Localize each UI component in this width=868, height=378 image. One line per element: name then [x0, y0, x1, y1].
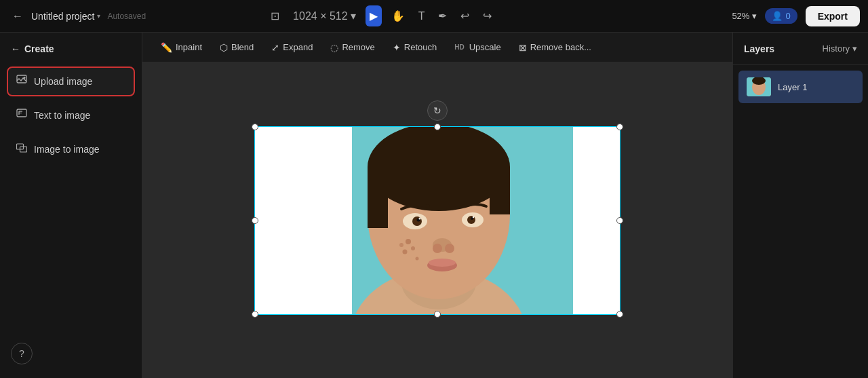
svg-point-25 [433, 244, 442, 253]
inpaint-label: Inpaint [176, 42, 202, 52]
responsive-tool-button[interactable]: ⊡ [267, 5, 283, 26]
zoom-control[interactable]: 52% ▾ [732, 11, 757, 21]
sidebar-item-text-to-image[interactable]: Text to image [7, 100, 135, 130]
right-sidebar: Layers History ▾ Layer 1 [732, 33, 868, 378]
back-icon: ← [12, 10, 23, 22]
refresh-button[interactable]: ↻ [427, 100, 448, 121]
canvas-size-button[interactable]: 1024 × 512 ▾ [289, 5, 360, 26]
text-icon: T [418, 10, 425, 22]
layer-item[interactable]: Layer 1 [738, 71, 863, 103]
inpaint-button[interactable]: ✏️ Inpaint [153, 39, 210, 56]
blend-label: Blend [231, 42, 254, 52]
svg-rect-14 [368, 167, 388, 228]
undo-icon: ↩ [460, 10, 469, 22]
text-tool-button[interactable]: T [414, 6, 429, 26]
remove-back-icon: ⊠ [519, 42, 527, 53]
back-button[interactable]: ← [8, 6, 27, 26]
redo-icon: ↪ [483, 10, 492, 22]
topbar-center: ⊡ 1024 × 512 ▾ ▶ ✋ T ✒ ↩ ↪ [267, 5, 496, 26]
image-canvas[interactable]: ↻ [254, 126, 620, 315]
project-name: Untitled project [31, 11, 94, 22]
topbar: ← Untitled project ▾ Autosaved ⊡ 1024 × … [0, 0, 868, 33]
retouch-label: Retouch [404, 42, 437, 52]
main-area: ← Create Upload image [0, 33, 868, 378]
zoom-label: 52% [732, 11, 749, 21]
zoom-chevron: ▾ [752, 11, 757, 21]
svg-point-23 [473, 216, 474, 217]
svg-point-19 [419, 217, 421, 219]
expand-label: Expand [283, 42, 313, 52]
canvas-area: ✏️ Inpaint ⬡ Blend ⤢ Expand ◌ Remove ✦ R… [142, 33, 732, 378]
sidebar-item-upload-image[interactable]: Upload image [7, 67, 135, 96]
collab-button[interactable]: 👤 0 [765, 8, 797, 24]
upload-image-label: Upload image [34, 76, 92, 87]
svg-point-30 [411, 246, 415, 250]
svg-point-33 [399, 243, 403, 247]
upscale-label: Upscale [469, 42, 501, 52]
canvas-container: ↻ [254, 126, 620, 315]
pen-tool-button[interactable]: ✒ [434, 5, 451, 26]
svg-point-32 [416, 257, 419, 260]
layer-name: Layer 1 [778, 82, 807, 92]
history-chevron: ▾ [852, 43, 857, 54]
canvas-viewport[interactable]: ↻ [142, 62, 732, 378]
move-button[interactable]: ✋ [387, 5, 409, 26]
topbar-left: ← Untitled project ▾ Autosaved [8, 6, 146, 26]
export-button[interactable]: Export [806, 6, 860, 26]
image-to-image-label: Image to image [34, 144, 100, 155]
collab-icon: 👤 [772, 11, 783, 21]
right-sidebar-header: Layers History ▾ [733, 33, 868, 65]
autosaved-label: Autosaved [107, 12, 146, 21]
svg-point-26 [445, 244, 454, 253]
move-icon: ✋ [391, 10, 405, 22]
help-icon: ? [19, 348, 24, 359]
sidebar-footer: ? [7, 337, 135, 370]
project-chevron: ▾ [97, 12, 100, 20]
hd-badge: HD [454, 43, 464, 51]
svg-rect-34 [303, 126, 352, 315]
toolbar-strip: ✏️ Inpaint ⬡ Blend ⤢ Expand ◌ Remove ✦ R… [142, 33, 732, 62]
svg-point-29 [406, 239, 411, 244]
layer-thumbnail [747, 77, 771, 96]
upscale-button[interactable]: HD Upscale [447, 39, 508, 56]
canvas-size-label: 1024 × 512 [293, 10, 348, 22]
create-header[interactable]: ← Create [7, 41, 135, 57]
retouch-button[interactable]: ✦ Retouch [385, 39, 444, 56]
canvas-size-chevron: ▾ [351, 10, 356, 22]
svg-point-21 [467, 216, 475, 224]
svg-point-31 [403, 249, 408, 254]
help-button[interactable]: ? [11, 343, 33, 364]
sidebar-back-icon: ← [11, 43, 20, 54]
project-title[interactable]: Untitled project ▾ [31, 11, 100, 22]
remove-button[interactable]: ◌ Remove [323, 39, 382, 56]
expand-icon: ⤢ [271, 42, 279, 53]
image-to-image-icon [16, 143, 27, 156]
upload-icon [16, 75, 27, 88]
blend-icon: ⬡ [220, 42, 228, 53]
retouch-icon: ✦ [393, 42, 401, 53]
pen-icon: ✒ [438, 10, 447, 22]
remove-icon: ◌ [330, 42, 338, 53]
topbar-right: 52% ▾ 👤 0 Export [732, 6, 860, 26]
history-label: History [823, 43, 850, 54]
sidebar-item-image-to-image[interactable]: Image to image [7, 134, 135, 164]
layers-tab[interactable]: Layers [744, 43, 774, 54]
refresh-icon: ↻ [433, 105, 441, 116]
svg-point-28 [429, 259, 456, 267]
text-to-image-label: Text to image [34, 110, 90, 121]
canvas-image [303, 126, 573, 315]
remove-label: Remove [342, 42, 374, 52]
play-icon: ▶ [370, 10, 378, 22]
left-sidebar: ← Create Upload image [0, 33, 142, 378]
collab-count: 0 [785, 11, 790, 21]
run-button[interactable]: ▶ [366, 5, 382, 26]
undo-button[interactable]: ↩ [456, 5, 473, 26]
redo-button[interactable]: ↪ [479, 5, 496, 26]
expand-button[interactable]: ⤢ Expand [264, 39, 320, 56]
remove-back-label: Remove back... [530, 42, 591, 52]
text-to-image-icon [16, 109, 27, 122]
blend-button[interactable]: ⬡ Blend [212, 39, 261, 56]
inpaint-icon: ✏️ [161, 42, 172, 53]
remove-back-button[interactable]: ⊠ Remove back... [511, 39, 599, 56]
history-button[interactable]: History ▾ [823, 43, 857, 54]
